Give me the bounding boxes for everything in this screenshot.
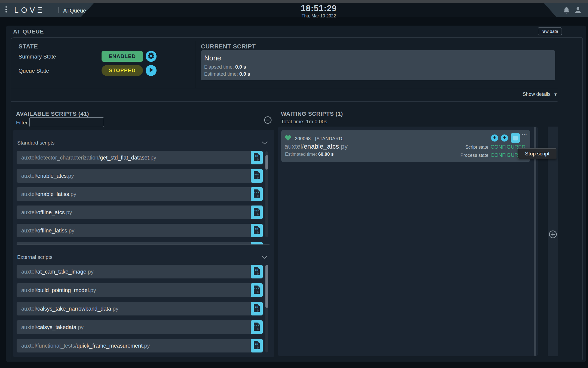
current-script-card [201, 50, 555, 80]
external-chevron-icon[interactable] [261, 255, 268, 260]
svg-text:</>: </> [255, 228, 259, 230]
script-launch-icon: </> [253, 226, 260, 235]
launch-script-button[interactable]: </> [251, 302, 263, 315]
move-script-up-button[interactable] [491, 134, 498, 142]
script-launch-icon: </> [253, 285, 260, 295]
launch-script-button[interactable]: </> [251, 169, 263, 183]
script-path: auxtel/ [21, 209, 37, 215]
estimated-time: Estimated time: 0.0 s [204, 71, 250, 77]
svg-text:</>: </> [255, 209, 259, 212]
script-ext: .py [69, 191, 76, 197]
queue-play-button[interactable] [146, 65, 157, 76]
script-ext: .py [65, 209, 72, 215]
collapse-minus-icon[interactable] [264, 116, 272, 125]
menu-kebab-icon[interactable] [5, 6, 7, 14]
external-scrollbar-thumb[interactable] [265, 265, 268, 308]
launch-script-button[interactable]: </> [251, 187, 263, 201]
external-scrollbar[interactable] [265, 265, 268, 352]
expand-plus-icon[interactable] [549, 230, 557, 240]
script-path: auxtel/ [21, 306, 37, 312]
finished-scripts-collapsed-strip [548, 127, 558, 356]
standard-scrollbar[interactable] [265, 151, 268, 237]
gear-icon [148, 52, 155, 60]
script-launch-icon: </> [253, 171, 260, 181]
move-script-down-button[interactable] [501, 134, 508, 142]
process-state-line: Process stateCONFIGURED [408, 152, 525, 158]
script-name: calsys_take_narrowband_data [37, 306, 111, 312]
available-script-row[interactable]: auxtel/offline_atcs.py </> [17, 206, 263, 219]
launch-script-button[interactable]: </> [251, 151, 263, 164]
script-name: quick_frame_measurement [76, 343, 142, 349]
script-launch-icon: </> [253, 304, 260, 314]
available-script-row[interactable]: auxtel/calsys_takedata.py </> [17, 320, 263, 334]
script-launch-icon: </> [253, 153, 260, 162]
script-launch-icon: </> [253, 189, 260, 199]
script-path: auxtel/ [21, 324, 37, 330]
current-script-heading: CURRENT SCRIPT [201, 43, 256, 50]
waiting-scripts-heading: WAITING SCRIPTS (1) [281, 111, 343, 117]
queue-state-badge: STOPPED [102, 65, 143, 76]
script-launch-icon: </> [253, 207, 260, 217]
script-name: calsys_takedata [37, 324, 76, 330]
svg-text:</>: </> [255, 191, 259, 194]
filter-input[interactable] [29, 117, 104, 127]
summary-state-config-button[interactable] [146, 51, 157, 62]
waiting-scrollbar[interactable] [534, 127, 536, 356]
launch-script-button[interactable]: </> [251, 265, 263, 278]
script-ext: .py [111, 306, 118, 312]
standard-chevron-icon[interactable] [261, 141, 268, 146]
stop-script-button[interactable] [511, 133, 520, 143]
divider [17, 244, 270, 245]
available-script-row[interactable]: auxtel/enable_latiss.py </> [17, 187, 263, 201]
waiting-total-time: Total time: 1m 0.00s [281, 119, 327, 125]
available-script-row[interactable]: auxtel/enable_atcs.py </> [17, 169, 263, 183]
script-ext: .py [76, 324, 84, 330]
standard-scrollbar-thumb[interactable] [265, 155, 268, 170]
script-more-menu[interactable]: … [522, 130, 528, 136]
raw-data-button[interactable]: raw data [538, 27, 562, 35]
launch-script-button[interactable]: </> [251, 224, 263, 237]
script-name: offline_atcs [37, 209, 65, 215]
svg-text:</>: </> [255, 324, 259, 327]
svg-text:</>: </> [255, 306, 259, 308]
available-script-row[interactable]: auxtel/calsys_take_narrowband_data.py </… [17, 302, 263, 315]
script-launch-icon: </> [253, 267, 260, 277]
top-strip [0, 0, 588, 3]
available-script-row[interactable]: auxtel/at_cam_take_image.py </> [17, 265, 263, 278]
stop-script-tooltip: Stop script [518, 148, 556, 159]
state-heading: STATE [19, 43, 38, 50]
launch-script-button[interactable]: </> [251, 339, 263, 352]
script-ext: .py [86, 269, 94, 275]
logo-e-glyph: Ξ [37, 6, 45, 14]
script-ext: .py [67, 228, 75, 234]
available-script-row[interactable]: auxtel/build_pointing_model.py </> [17, 283, 263, 297]
script-launch-icon: </> [253, 322, 260, 332]
script-name: at_cam_take_image [37, 269, 86, 275]
available-script-row[interactable]: auxtel/functional_tests/quick_frame_meas… [17, 339, 263, 352]
divider [11, 88, 558, 88]
launch-script-button[interactable]: </> [251, 206, 263, 219]
script-path: auxtel/ [21, 269, 37, 275]
filter-label: Filter: [16, 120, 29, 126]
show-details-toggle[interactable]: Show details ▼ [463, 91, 558, 97]
launch-script-button[interactable]: </> [251, 283, 263, 297]
script-ext: .py [149, 155, 156, 161]
script-state-line: Script stateCONFIGURED [408, 144, 525, 150]
available-script-row[interactable]: auxtel/offline_latiss.py </> [17, 224, 263, 237]
current-script-name: None [204, 54, 221, 62]
script-name: build_pointing_model [37, 287, 89, 293]
svg-text:</>: </> [255, 173, 259, 176]
notifications-bell-icon[interactable] [563, 7, 570, 15]
available-script-row[interactable]: auxtel/detector_characterization/get_std… [17, 151, 263, 164]
script-path: auxtel/ [21, 228, 37, 234]
summary-state-label: Summary State [19, 54, 56, 60]
stop-icon [513, 136, 518, 140]
script-ext: .py [89, 287, 96, 293]
launch-script-button[interactable]: </> [251, 320, 263, 334]
page-title: AT QUEUE [13, 28, 44, 35]
user-icon[interactable] [574, 7, 581, 15]
script-path: auxtel/ [21, 191, 37, 197]
external-scripts-header: External scripts [17, 254, 53, 260]
svg-text:</>: </> [255, 269, 259, 271]
clock-date: Thu, Mar 10 2022 [278, 14, 360, 19]
